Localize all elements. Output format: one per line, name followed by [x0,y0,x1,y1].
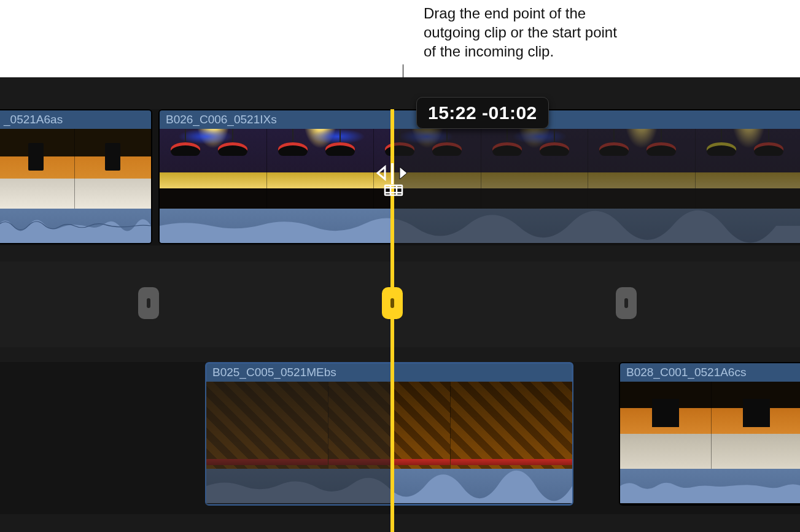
svg-rect-1 [385,185,402,195]
clip-filmstrip [0,129,151,209]
edit-marker[interactable] [616,287,637,319]
clip-primary-outgoing[interactable]: _0521A6as [0,109,152,244]
waveform-icon [206,469,572,503]
clip-filmstrip [160,129,800,209]
waveform-icon [0,209,151,243]
clip-filmstrip [206,382,572,469]
thumbnail-frame [160,129,267,209]
clip-primary-incoming[interactable]: B026_C006_0521IXs [158,109,800,244]
clip-audio-waveform [0,209,151,243]
clip-audio-waveform [160,209,800,243]
clip-audio-waveform [620,469,800,503]
annotation-text: Drag the end point of the outgoing clip … [424,4,632,61]
precision-editor-timeline[interactable]: _0521A6as B026_C006_0521IXs [0,77,800,532]
clip-angle-left[interactable]: B025_C005_0521MEbs [205,362,573,506]
thumbnail-frame [481,129,589,209]
clip-title: _0521A6as [0,110,151,129]
trim-timecode-badge: 15:22 -01:02 [416,97,549,129]
waveform-icon [620,469,800,503]
clip-title: B028_C001_0521A6cs [620,363,800,382]
clip-title: B025_C005_0521MEbs [206,363,572,382]
thumbnail-frame [451,382,572,469]
thumbnail-frame [267,129,375,209]
thumbnail-frame [206,382,328,469]
thumbnail-frame [75,129,152,209]
thumbnail-frame [0,129,75,209]
thumbnail-frame [328,382,451,469]
thumbnail-frame [588,129,696,209]
clip-angle-right[interactable]: B028_C001_0521A6cs [619,362,800,506]
clip-audio-waveform [206,469,572,503]
clip-filmstrip [620,382,800,469]
thumbnail-frame [712,382,801,469]
edit-playhead-handle[interactable] [382,287,403,319]
svg-rect-0 [391,163,394,184]
trim-edit-cursor-icon [376,157,411,199]
edit-marker[interactable] [138,287,159,319]
waveform-icon [160,209,800,243]
thumbnail-frame [696,129,801,209]
thumbnail-frame [620,382,712,469]
